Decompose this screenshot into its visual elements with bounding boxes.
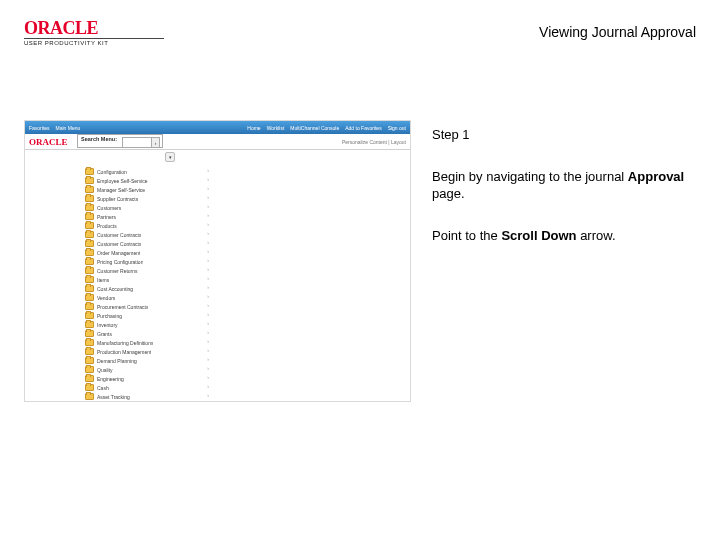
expand-arrow-icon[interactable]: › (205, 230, 211, 239)
menu-item[interactable]: Cash (85, 383, 205, 392)
menu-item[interactable]: Customer Contracts (85, 230, 205, 239)
expand-arrow-icon[interactable]: › (205, 248, 211, 257)
menu-item-label: Order Management (97, 250, 140, 256)
scroll-down-icon[interactable]: ▾ (165, 152, 175, 162)
expand-arrow-icon[interactable]: › (205, 383, 211, 392)
expand-arrow-icon[interactable]: › (205, 365, 211, 374)
expand-arrow-icon[interactable]: › (205, 392, 211, 401)
menu-item-label: Cost Accounting (97, 286, 133, 292)
menu-item[interactable]: Banking (85, 401, 205, 402)
instruction-para-1: Begin by navigating to the journal Appro… (432, 168, 692, 203)
menu-item[interactable]: Items (85, 275, 205, 284)
expand-arrow-icon[interactable]: › (205, 185, 211, 194)
expand-arrow-icon[interactable]: › (205, 401, 211, 402)
instruction-para-2: Point to the Scroll Down arrow. (432, 227, 692, 245)
search-input[interactable] (122, 137, 154, 148)
expand-arrow-icon[interactable]: › (205, 311, 211, 320)
para2-pre: Point to the (432, 228, 501, 243)
menu-item[interactable]: Asset Tracking (85, 392, 205, 401)
expand-arrow-icon[interactable]: › (205, 374, 211, 383)
expand-arrow-icon[interactable]: › (205, 320, 211, 329)
nav-favorites[interactable]: Favorites (29, 125, 50, 131)
menu-item[interactable]: Customer Returns (85, 266, 205, 275)
menu-item[interactable]: Order Management (85, 248, 205, 257)
folder-icon (85, 213, 94, 220)
folder-icon (85, 375, 94, 382)
expand-arrow-icon[interactable]: › (205, 176, 211, 185)
search-label: Search Menu: (81, 136, 117, 142)
menu-item-label: Procurement Contracts (97, 304, 148, 310)
menu-item-label: Production Management (97, 349, 151, 355)
menu-item[interactable]: Vendors (85, 293, 205, 302)
expand-arrow-icon[interactable]: › (205, 194, 211, 203)
menu-item[interactable]: Purchasing (85, 311, 205, 320)
folder-icon (85, 393, 94, 400)
menu-item[interactable]: Production Management (85, 347, 205, 356)
search-menu-box: Search Menu: › (77, 134, 163, 148)
folder-icon (85, 267, 94, 274)
menu-item-label: Manufacturing Definitions (97, 340, 153, 346)
menu-item-label: Supplier Contracts (97, 196, 138, 202)
menu-item[interactable]: Manager Self-Service (85, 185, 205, 194)
menu-item[interactable]: Cost Accounting (85, 284, 205, 293)
expand-arrow-icon[interactable]: › (205, 203, 211, 212)
menu-item[interactable]: Employee Self-Service (85, 176, 205, 185)
expand-arrow-icon[interactable]: › (205, 302, 211, 311)
menu-item-label: Products (97, 223, 117, 229)
menu-item[interactable]: Manufacturing Definitions (85, 338, 205, 347)
search-go-icon[interactable]: › (151, 137, 160, 148)
slide-header: ORACLE USER PRODUCTIVITY KIT Viewing Jou… (24, 18, 696, 58)
menu-item[interactable]: Quality (85, 365, 205, 374)
expand-arrow-icon[interactable]: › (205, 284, 211, 293)
expand-arrow-icon[interactable]: › (205, 338, 211, 347)
menu-item[interactable]: Configuration (85, 167, 205, 176)
menu-item-label: Items (97, 277, 109, 283)
nav-signout[interactable]: Sign out (388, 125, 406, 131)
nav-mcc[interactable]: MultiChannel Console (290, 125, 339, 131)
expand-arrow-icon[interactable]: › (205, 266, 211, 275)
menu-item-label: Employee Self-Service (97, 178, 148, 184)
menu-item[interactable]: Pricing Configuration (85, 257, 205, 266)
menu-item[interactable]: Demand Planning (85, 356, 205, 365)
menu-item[interactable]: Partners (85, 212, 205, 221)
folder-icon (85, 357, 94, 364)
menu-item[interactable]: Products (85, 221, 205, 230)
nav-home[interactable]: Home (247, 125, 260, 131)
expand-arrow-icon[interactable]: › (205, 212, 211, 221)
menu-item[interactable]: Engineering (85, 374, 205, 383)
nav-main-menu[interactable]: Main Menu (56, 125, 81, 131)
folder-icon (85, 366, 94, 373)
menu-item-label: Engineering (97, 376, 124, 382)
expand-arrow-icon[interactable]: › (205, 275, 211, 284)
menu-item-label: Vendors (97, 295, 115, 301)
menu-item-label: Grants (97, 331, 112, 337)
menu-item[interactable]: Customer Contracts (85, 239, 205, 248)
folder-icon (85, 222, 94, 229)
menu-item-label: Customer Returns (97, 268, 138, 274)
personalize-link[interactable]: Personalize Content | Layout (342, 139, 406, 145)
para1-bold: Approval (628, 169, 684, 184)
menu-item-label: Demand Planning (97, 358, 137, 364)
menu-item-label: Customers (97, 205, 121, 211)
para1-post: page. (432, 186, 465, 201)
expand-arrow-icon[interactable]: › (205, 221, 211, 230)
menu-item[interactable]: Grants (85, 329, 205, 338)
expand-arrow-icon[interactable]: › (205, 293, 211, 302)
expand-arrow-icon[interactable]: › (205, 239, 211, 248)
menu-item[interactable]: Procurement Contracts (85, 302, 205, 311)
expand-arrow-icon[interactable]: › (205, 347, 211, 356)
menu-item-label: Purchasing (97, 313, 122, 319)
menu-item[interactable]: Inventory (85, 320, 205, 329)
expand-arrow-icon[interactable]: › (205, 167, 211, 176)
nav-add-fav[interactable]: Add to Favorites (345, 125, 381, 131)
logo-subtext: USER PRODUCTIVITY KIT (24, 40, 108, 46)
nav-worklist[interactable]: Worklist (267, 125, 285, 131)
folder-icon (85, 312, 94, 319)
menu-item[interactable]: Supplier Contracts (85, 194, 205, 203)
folder-icon (85, 294, 94, 301)
menu-item[interactable]: Customers (85, 203, 205, 212)
expand-arrow-icon[interactable]: › (205, 329, 211, 338)
expand-arrow-icon[interactable]: › (205, 356, 211, 365)
embedded-screenshot: Favorites Main Menu Home Worklist MultiC… (24, 120, 411, 402)
expand-arrow-icon[interactable]: › (205, 257, 211, 266)
